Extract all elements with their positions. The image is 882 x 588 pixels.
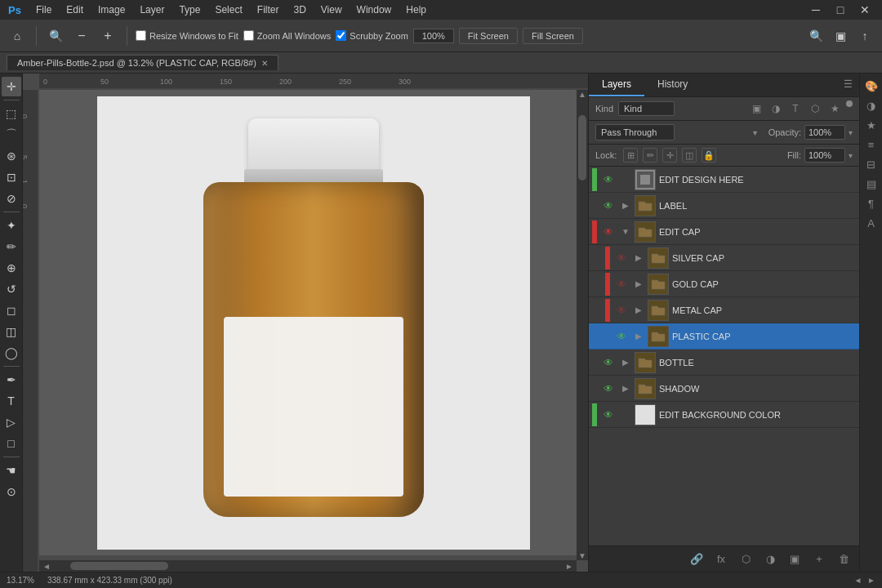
eraser-tool[interactable]: ◻ (2, 301, 21, 320)
layer-expand-bottle[interactable]: ▶ (620, 357, 631, 368)
new-group-button[interactable]: ▣ (786, 550, 804, 568)
layer-visibility-edit-cap[interactable]: 👁 (600, 224, 617, 240)
scrubby-zoom-checkbox[interactable]: Scrubby Zoom (336, 30, 408, 41)
eyedropper-tool[interactable]: ⊘ (2, 189, 21, 208)
new-layer-button[interactable]: + (810, 550, 828, 568)
layer-visibility-metal-cap[interactable]: 👁 (613, 302, 630, 318)
layer-expand-label[interactable]: ▶ (620, 200, 631, 212)
filter-type-select[interactable]: Kind Name Effect Mode Attribute Color (618, 101, 675, 116)
marquee-tool[interactable]: ⬚ (2, 104, 21, 123)
layer-visibility-bottle[interactable]: 👁 (600, 354, 617, 371)
pen-tool[interactable]: ✒ (2, 370, 21, 390)
layer-styles-button[interactable]: fx (712, 550, 730, 568)
properties-icon[interactable]: ⊟ (862, 155, 880, 173)
layer-edit-design[interactable]: 👁 EDIT DESIGN HERE (589, 167, 859, 193)
canvas-area[interactable]: 0 50 100 150 200 250 300 0 5 1 0 (23, 74, 588, 572)
vertical-scrollbar[interactable]: ▲ ▼ (577, 90, 588, 560)
layer-edit-bg[interactable]: 👁 EDIT BACKGROUND COLOR (589, 402, 859, 428)
dodge-tool[interactable]: ◯ (2, 343, 21, 363)
delete-layer-button[interactable]: 🗑 (835, 550, 853, 568)
horizontal-scroll-thumb[interactable] (70, 562, 168, 570)
scrubby-zoom-input[interactable] (336, 30, 346, 41)
filter-type-icon[interactable]: T (787, 100, 804, 117)
new-fill-adjustment-button[interactable]: ◑ (761, 550, 779, 568)
lock-artboard-button[interactable]: ◫ (682, 148, 697, 163)
lock-all-button[interactable]: 🔒 (702, 148, 716, 163)
layer-gold-cap[interactable]: 👁 ▶ GOLD CAP (589, 271, 859, 297)
layer-shadow[interactable]: 👁 ▶ SHADOW (589, 376, 859, 402)
menu-help[interactable]: Help (399, 2, 433, 17)
clone-tool[interactable]: ⊕ (2, 258, 21, 278)
vertical-scroll-thumb[interactable] (578, 115, 586, 180)
filter-pixel-icon[interactable]: ▣ (748, 100, 764, 117)
layer-visibility-edit-bg[interactable]: 👁 (600, 407, 617, 423)
menu-edit[interactable]: Edit (60, 2, 90, 17)
filter-adjust-icon[interactable]: ◑ (768, 100, 784, 117)
add-mask-button[interactable]: ⬡ (737, 550, 755, 568)
layer-expand-metal-cap[interactable]: ▶ (633, 305, 644, 316)
history-brush-tool[interactable]: ↺ (2, 279, 21, 299)
layer-visibility-edit-design[interactable]: 👁 (600, 172, 617, 188)
lock-transparent-pixels-button[interactable]: ⊞ (623, 148, 638, 163)
scroll-right-arrow[interactable]: ► (565, 562, 573, 571)
menu-layer[interactable]: Layer (133, 2, 171, 17)
rotate-left-button[interactable]: ◄ (853, 576, 862, 585)
layer-plastic-cap[interactable]: 👁 ▶ PLASTIC CAP (589, 323, 859, 350)
share-button[interactable]: ↑ (854, 25, 875, 47)
menu-image[interactable]: Image (91, 2, 131, 17)
menu-type[interactable]: Type (172, 2, 207, 17)
spot-heal-tool[interactable]: ✦ (2, 216, 21, 235)
filter-shape-icon[interactable]: ⬡ (807, 100, 823, 117)
hand-tool[interactable]: ☚ (2, 461, 21, 480)
lasso-tool[interactable]: ⌒ (2, 125, 21, 145)
zoom-tool-button[interactable]: 🔍 (45, 25, 66, 47)
tab-close-button[interactable]: ✕ (261, 59, 268, 68)
filter-toggle-dot[interactable] (846, 100, 853, 107)
adjust-icon[interactable]: ◑ (862, 96, 880, 114)
fill-chevron-icon[interactable]: ▾ (849, 151, 853, 160)
layer-visibility-shadow[interactable]: 👁 (600, 381, 617, 397)
panel-settings-button[interactable]: ☰ (837, 74, 859, 96)
zoom-tool[interactable]: ⊙ (2, 482, 21, 501)
scroll-left-arrow[interactable]: ◄ (42, 562, 51, 571)
layer-expand-shadow[interactable]: ▶ (620, 383, 631, 394)
layer-visibility-silver-cap[interactable]: 👁 (613, 250, 630, 266)
brush-tool[interactable]: ✏ (2, 237, 21, 256)
filter-smart-icon[interactable]: ★ (826, 100, 843, 117)
path-select-tool[interactable]: ▷ (2, 412, 21, 432)
quick-select-tool[interactable]: ⊛ (2, 146, 21, 166)
tab-history[interactable]: History (644, 74, 701, 96)
rotate-right-button[interactable]: ► (867, 576, 875, 585)
character-icon[interactable]: A (862, 214, 880, 232)
layer-expand-gold-cap[interactable]: ▶ (633, 278, 644, 290)
color-swatch-icon[interactable]: 🎨 (862, 77, 880, 95)
fill-input[interactable] (804, 148, 845, 163)
lock-position-button[interactable]: ✛ (662, 148, 677, 163)
layer-silver-cap[interactable]: 👁 ▶ SILVER CAP (589, 245, 859, 271)
home-button[interactable]: ⌂ (7, 25, 28, 47)
zoom-all-checkbox[interactable]: Zoom All Windows (243, 30, 331, 41)
type-tool[interactable]: T (2, 391, 21, 411)
menu-3d[interactable]: 3D (287, 2, 312, 17)
menu-window[interactable]: Window (350, 2, 399, 17)
fit-screen-button[interactable]: Fit Screen (459, 28, 518, 44)
layer-expand-plastic-cap[interactable]: ▶ (633, 331, 644, 342)
horizontal-scrollbar[interactable]: ◄ ► (39, 560, 577, 572)
menu-file[interactable]: File (29, 2, 58, 17)
paragraph-icon[interactable]: ¶ (862, 194, 880, 212)
scroll-up-arrow[interactable]: ▲ (578, 90, 586, 99)
minimize-button[interactable]: ─ (805, 0, 826, 20)
layer-label[interactable]: 👁 ▶ LABEL (589, 193, 859, 219)
zoom-input[interactable] (413, 29, 454, 43)
close-button[interactable]: ✕ (854, 0, 875, 20)
document-tab[interactable]: Amber-Pills-Bottle-2.psd @ 13.2% (PLASTI… (7, 55, 278, 70)
link-layers-button[interactable]: 🔗 (688, 550, 706, 568)
scroll-down-arrow[interactable]: ▼ (578, 551, 586, 560)
move-tool[interactable]: ✛ (2, 77, 21, 96)
layer-expand-silver-cap[interactable]: ▶ (633, 252, 644, 264)
opacity-chevron-icon[interactable]: ▾ (849, 128, 853, 137)
search-button[interactable]: 🔍 (805, 25, 826, 47)
crop-tool[interactable]: ⊡ (2, 167, 21, 187)
resize-windows-checkbox[interactable]: Resize Windows to Fit (136, 30, 238, 41)
menu-filter[interactable]: Filter (251, 2, 286, 17)
